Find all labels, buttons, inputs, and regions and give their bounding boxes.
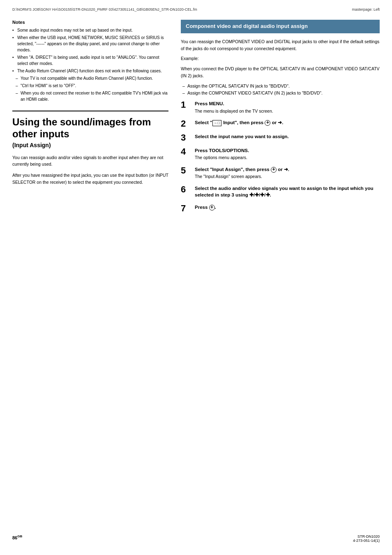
step-3-main: Select the input name you want to assign… [195,133,380,140]
list-item: When "A. DIRECT" is being used, audio in… [12,54,168,67]
example-list: Assign the OPTICAL SAT/CATV IN jack to "… [181,83,380,97]
header-meta: D:\NORM'S JOB\SONY HA\SO0155\STR-DN1020_… [0,0,392,16]
circle-plus-icon-2: + [271,167,277,173]
page-number: 86GB [12,534,22,543]
notes-list: Some audio input modes may not be set up… [12,27,168,102]
input-icon: ←□ [212,120,221,126]
steps-container: 1 Press MENU. The menu is displayed on t… [181,100,380,213]
section-divider [12,111,168,111]
section-header-box: Component video and digital audio input … [181,20,380,33]
step-1-sub: The menu is displayed on the TV screen. [195,108,380,115]
step-number-4: 4 [181,147,191,156]
section-header-title: Component video and digital audio input … [186,23,375,30]
step-1: 1 Press MENU. The menu is displayed on t… [181,100,380,114]
circle-plus-icon: + [265,120,270,126]
step-1-content: Press MENU. The menu is displayed on the… [195,100,380,114]
list-item: Your TV is not compatible with the Audio… [12,75,168,81]
step-6: 6 Select the audio and/or video signals … [181,185,380,199]
step-6-content: Select the audio and/or video signals yo… [195,185,380,199]
step-number-7: 7 [181,204,191,213]
model-line-1: STR-DN1020 [353,534,380,539]
page-footer: 86GB STR-DN1020 4-273-051-14(1) [0,534,392,543]
list-item: Assign the OPTICAL SAT/CATV IN jack to "… [181,83,380,90]
main-heading-section: Using the sound/images from other inputs… [12,116,168,186]
notes-title: Notes [12,20,168,25]
page-container: D:\NORM'S JOB\SONY HA\SO0155\STR-DN1020_… [0,0,392,555]
notes-section: Notes Some audio input modes may not be … [12,20,168,102]
main-body-paragraph-2: After you have reassigned the input jack… [12,172,168,186]
main-subtitle: (Input Assign) [12,142,168,148]
right-body-example: Example: [181,55,380,62]
circle-plus-icon-3: + [209,205,215,210]
step-7-content: Press +. [195,204,380,211]
step-number-3: 3 [181,133,191,142]
step-5-main: Select "Input Assign", then press + or ➜… [195,166,380,173]
header-right: masterpage: Left [352,7,380,12]
step-2-main: Select "←□ Input", then press + or ➜. [195,119,380,126]
step-number-6: 6 [181,185,191,194]
step-7: 7 Press +. [181,204,380,213]
list-item: "Ctrl for HDMI" is set to "OFF". [12,83,168,89]
model-info: STR-DN1020 4-273-051-14(1) [353,534,380,543]
step-4-content: Press TOOLS/OPTIONS. The options menu ap… [195,147,380,161]
model-line-2: 4-273-051-14(1) [353,539,380,543]
step-number-1: 1 [181,100,191,109]
left-column: Notes Some audio input modes may not be … [12,20,168,218]
step-2: 2 Select "←□ Input", then press + or ➜. [181,119,380,128]
step-4: 4 Press TOOLS/OPTIONS. The options menu … [181,147,380,161]
step-5: 5 Select "Input Assign", then press + or… [181,166,380,180]
main-title: Using the sound/images from other inputs [12,116,168,140]
list-item: The Audio Return Channel (ARC) function … [12,68,168,74]
right-body-p1: You can reassign the COMPONENT VIDEO and… [181,38,380,52]
header-left: D:\NORM'S JOB\SONY HA\SO0155\STR-DN1020_… [12,7,197,12]
step-7-main: Press +. [195,204,380,210]
content-area: Notes Some audio input modes may not be … [0,16,392,218]
step-1-main: Press MENU. [195,100,380,107]
step-5-sub: The "Input Assign" screen appears. [195,173,380,180]
step-2-content: Select "←□ Input", then press + or ➜. [195,119,380,127]
list-item: Some audio input modes may not be set up… [12,27,168,33]
step-3-content: Select the input name you want to assign… [195,133,380,141]
step-5-content: Select "Input Assign", then press + or ➜… [195,166,380,180]
right-body-p2: When you connect the DVD player to the O… [181,65,380,79]
step-3: 3 Select the input name you want to assi… [181,133,380,142]
right-column: Component video and digital audio input … [181,20,380,218]
main-body-paragraph-1: You can reassign audio and/or video sign… [12,154,168,168]
list-item: When you do not connect the receiver to … [12,90,168,102]
step-number-5: 5 [181,166,191,175]
list-item: When either the USB input, HOME NETWORK,… [12,35,168,53]
step-4-main: Press TOOLS/OPTIONS. [195,147,380,154]
list-item: Assign the COMPONENT VIDEO SAT/CATV (IN … [181,90,380,97]
step-6-main: Select the audio and/or video signals yo… [195,185,380,198]
step-number-2: 2 [181,119,191,128]
step-4-sub: The options menu appears. [195,155,380,161]
